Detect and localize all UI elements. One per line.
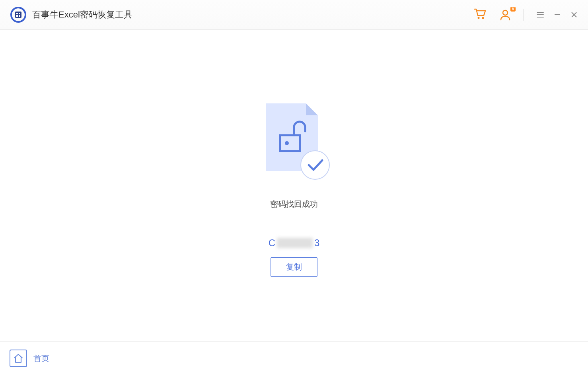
close-icon[interactable]: [570, 11, 578, 19]
svg-point-8: [503, 10, 508, 15]
password-suffix: 3: [314, 237, 319, 249]
window-controls: [536, 10, 578, 19]
svg-rect-5: [19, 15, 20, 17]
user-account-icon[interactable]: V: [499, 8, 512, 21]
header-right: V: [473, 7, 578, 23]
app-logo-icon: [10, 6, 27, 23]
home-label[interactable]: 首页: [33, 353, 49, 364]
minimize-icon[interactable]: [553, 11, 561, 19]
svg-point-7: [482, 17, 484, 19]
copy-button[interactable]: 复制: [271, 257, 317, 277]
header-divider: [524, 9, 524, 21]
header-left: 百事牛Excel密码恢复工具: [10, 6, 132, 23]
svg-point-16: [285, 141, 289, 145]
app-title: 百事牛Excel密码恢复工具: [32, 9, 132, 21]
svg-point-6: [478, 17, 480, 19]
password-prefix: C: [269, 237, 275, 249]
home-button[interactable]: [10, 350, 27, 367]
menu-icon[interactable]: [536, 10, 545, 19]
svg-rect-2: [16, 13, 18, 14]
main-content: 密码找回成功 C 3 复制: [0, 30, 588, 341]
svg-rect-3: [19, 13, 20, 14]
titlebar: 百事牛Excel密码恢复工具 V: [0, 0, 588, 30]
svg-rect-4: [16, 15, 18, 17]
success-message: 密码找回成功: [270, 199, 318, 210]
svg-point-17: [301, 151, 329, 179]
home-icon: [13, 353, 24, 364]
svg-rect-1: [15, 12, 21, 18]
vip-badge-icon: V: [510, 7, 516, 12]
password-masked-icon: [277, 238, 313, 248]
footer: 首页: [0, 341, 588, 375]
cart-icon[interactable]: [473, 7, 487, 23]
file-unlock-illustration: [260, 101, 328, 177]
recovered-password: C 3: [269, 237, 320, 249]
